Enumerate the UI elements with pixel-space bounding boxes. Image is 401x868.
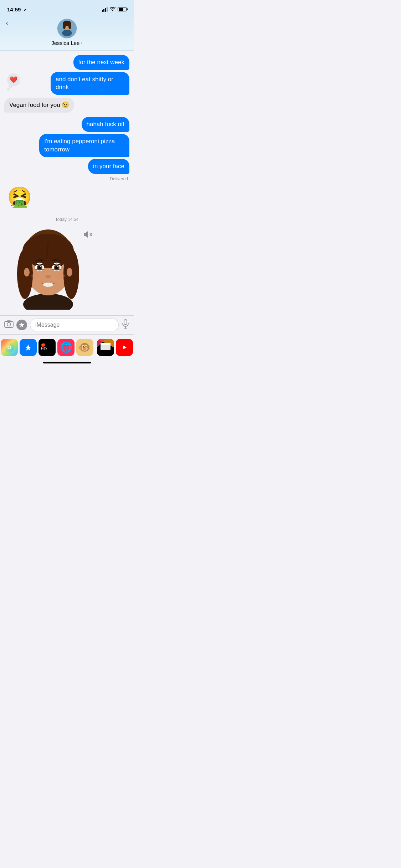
app-dock: Pay 🍎 🌐 🐵 [0,334,134,359]
monkey-icon: 🐵 [76,339,93,356]
message-bubble-received: Vegan food for you 😉 [4,98,74,113]
svg-point-5 [68,23,71,29]
contact-name-text: Jessica Lee [51,40,79,46]
photos-icon [1,339,18,356]
messages-area: for the next week ❤️ and don't eat shitt… [0,51,134,315]
dock-divider [95,338,95,357]
svg-text:🍎: 🍎 [41,342,46,347]
reaction-container: ❤️ [4,73,20,86]
sticker-row: 🤮 [4,187,129,207]
message-row-6: I'm eating pepperoni pizza tomorrow [4,134,129,157]
sticker-icon [97,339,114,356]
signal-bar-4 [107,7,108,12]
reaction-heart: ❤️ [10,76,17,84]
svg-point-26 [31,273,40,278]
contact-avatar[interactable] [57,19,77,38]
mute-icon [83,231,93,240]
memoji-container [7,228,89,310]
nav-header: ‹ Jessica Lee › [0,16,134,51]
signal-bars [102,7,108,12]
signal-bar-1 [102,10,103,12]
message-row-3: and don't eat shitty or drink [20,72,129,95]
svg-point-27 [56,273,65,278]
message-row-5: hahah fuck off [4,117,129,132]
message-bubble-sent-4: I'm eating pepperoni pizza tomorrow [39,134,129,157]
dock-monkey[interactable]: 🐵 [75,337,94,357]
dock-applepay[interactable]: Pay 🍎 [38,337,57,357]
dock-photos[interactable] [0,337,19,357]
svg-point-1 [62,30,72,36]
dock-youtube[interactable] [115,337,134,357]
svg-rect-30 [7,320,10,322]
applepay-icon: Pay 🍎 [38,339,56,356]
back-button[interactable]: ‹ [6,19,8,28]
svg-text:Pay: Pay [41,346,47,350]
svg-rect-31 [124,320,127,325]
dock-globe[interactable]: 🌐 [57,337,76,357]
imessage-input[interactable] [30,319,119,331]
svg-point-29 [7,322,11,326]
message-bubble-sent-3: hahah fuck off [82,117,130,132]
appstore-button[interactable] [16,320,27,330]
home-indicator [0,359,134,365]
contact-chevron: › [81,40,82,46]
svg-point-36 [8,346,10,348]
memoji-row [4,228,129,310]
location-icon: ↗ [23,8,26,12]
signal-bar-2 [103,9,104,12]
status-bar: 14:59 ↗ [0,0,134,16]
svg-point-13 [24,268,30,277]
svg-point-14 [67,268,72,277]
timestamp-divider: Today 14:54 [4,217,129,222]
signal-bar-3 [105,8,106,12]
appstore-icon [20,339,37,356]
svg-point-4 [63,23,66,29]
reaction-bubble: ❤️ [7,73,20,86]
message-row-7: in your face [4,159,129,174]
status-time: 14:59 ↗ [7,6,26,12]
youtube-icon [116,339,133,356]
globe-icon: 🌐 [57,339,74,356]
status-icons [102,6,127,12]
wifi-icon [110,6,115,12]
delivered-label: Delivered [4,176,128,181]
message-bubble-sent-2: and don't eat shitty or drink [51,72,129,95]
dock-appstore[interactable] [19,337,38,357]
vomit-sticker: 🤮 [7,187,32,207]
mic-button[interactable] [122,319,129,331]
battery-icon [118,7,127,11]
svg-point-22 [57,266,58,267]
message-bubble-sent: for the next week [73,55,129,70]
message-bubble-sent-5: in your face [88,159,129,174]
message-row-4: Vegan food for you 😉 [4,98,129,113]
contact-name-row[interactable]: Jessica Lee › [51,40,82,46]
message-row-1: for the next week [4,55,129,70]
svg-point-8 [23,294,73,310]
input-bar [0,315,134,334]
svg-point-21 [40,266,41,267]
dock-sticker[interactable] [96,337,115,357]
home-bar [43,362,91,363]
svg-rect-43 [101,343,110,345]
camera-button[interactable] [4,320,14,330]
